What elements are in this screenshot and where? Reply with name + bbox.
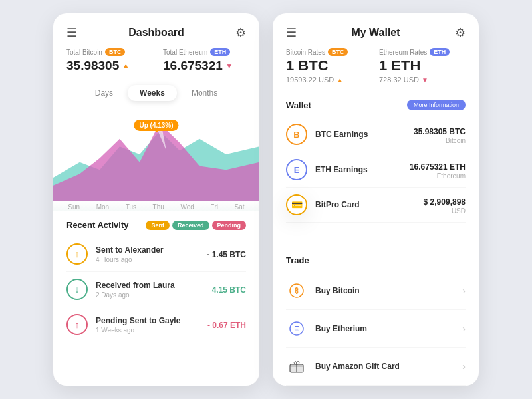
wallet-item-btc: B BTC Earnings 35.98305 BTC Bitcoin — [286, 117, 466, 152]
activity-info-3: Pending Sent to Gayle 1 Weeks ago — [96, 316, 200, 334]
btc-wallet-label: BTC Earnings — [315, 130, 406, 139]
activity-time-3: 1 Weeks ago — [96, 327, 200, 334]
trade-item-eth[interactable]: Ξ Buy Etherium › — [286, 310, 466, 348]
activity-item-2: ↓ Received from Laura 2 Days ago 4.15 BT… — [66, 272, 246, 307]
left-title: Dashboard — [128, 27, 184, 39]
btc-rate-arrow: ▲ — [336, 76, 343, 84]
eth-badge: ETH — [210, 48, 230, 56]
eth-rate-value: 1 ETH — [379, 57, 466, 74]
wallet-title: Wallet — [286, 100, 311, 110]
filter-sent[interactable]: Sent — [146, 221, 170, 230]
btc-rate-usd: 19593.22 USD ▲ — [286, 76, 372, 84]
chart-area: Up (4.13%) — [53, 108, 259, 201]
buy-ethereum-label: Buy Etherium — [315, 324, 454, 333]
chart-tooltip: Up (4.13%) — [134, 120, 178, 131]
more-info-button[interactable]: More Information — [407, 100, 466, 110]
btc-rate: Bitcoin Rates BTC 1 BTC 19593.22 USD ▲ — [286, 48, 372, 84]
eth-rate-badge: ETH — [430, 48, 450, 56]
card-w-value: $ 2,909,898 — [424, 198, 466, 207]
wallet-header: Wallet More Information — [286, 100, 466, 110]
activity-amount-2: 4.15 BTC — [212, 283, 246, 295]
btc-stat: Total Bitcoin BTC 35.98305 ▲ — [66, 48, 150, 73]
buy-ethereum-icon: Ξ — [286, 318, 307, 339]
eth-arrow-icon: ▼ — [225, 61, 233, 70]
chart-days: Sun Mon Tus Thu Wed Fri Sat — [53, 201, 259, 211]
activity-section: Recent Activity Sent Received Pending ↑ … — [53, 211, 259, 386]
rates-row: Bitcoin Rates BTC 1 BTC 19593.22 USD ▲ E… — [273, 48, 479, 93]
amount-2: 4.15 BTC — [212, 285, 246, 295]
btc-wallet-amount: 35.98305 BTC Bitcoin — [414, 125, 466, 144]
sent-icon: ↑ — [66, 243, 88, 265]
card-w-unit: USD — [424, 207, 466, 215]
buy-bitcoin-icon: ₿ — [286, 280, 307, 301]
btc-label: Total Bitcoin BTC — [66, 48, 150, 56]
eth-w-value: 16.675321 ETH — [410, 162, 466, 172]
menu-icon[interactable]: ☰ — [66, 25, 77, 40]
btc-w-unit: Bitcoin — [414, 137, 466, 144]
eth-wallet-icon: E — [286, 159, 307, 180]
activity-item-1: ↑ Sent to Alexander 4 Hours ago - 1.45 B… — [66, 237, 246, 272]
trade-header: Trade — [286, 255, 466, 265]
right-menu-icon[interactable]: ☰ — [286, 25, 297, 40]
activity-info-2: Received from Laura 2 Days ago — [96, 281, 204, 299]
btc-rate-value: 1 BTC — [286, 57, 372, 74]
btc-arrow-icon: ▲ — [122, 61, 130, 70]
right-settings-icon[interactable]: ⚙ — [455, 25, 466, 40]
left-header: ☰ Dashboard ⚙ — [53, 13, 259, 48]
activity-filters: Sent Received Pending — [146, 221, 246, 230]
pending-icon: ↑ — [66, 314, 88, 335]
activity-amount-1: - 1.45 BTC — [207, 248, 246, 260]
trade-title: Trade — [286, 255, 309, 265]
amount-1: - 1.45 BTC — [207, 250, 246, 259]
activity-header: Recent Activity Sent Received Pending — [66, 220, 246, 230]
card-wallet-icon: 💳 — [286, 194, 307, 215]
svg-text:₿: ₿ — [295, 287, 299, 295]
wallet-section: Wallet More Information B BTC Earnings 3… — [273, 93, 479, 249]
eth-wallet-amount: 16.675321 ETH Ethereum — [410, 160, 466, 180]
activity-name-1: Sent to Alexander — [96, 245, 199, 255]
chevron-right-icon-2: › — [462, 323, 466, 334]
svg-text:Ξ: Ξ — [294, 325, 299, 332]
eth-rate-arrow: ▼ — [422, 76, 428, 84]
trade-item-btc[interactable]: ₿ Buy Bitcoin › — [286, 272, 466, 310]
trade-item-gift[interactable]: Buy Amazon Gift Card › — [286, 348, 466, 386]
activity-time-1: 4 Hours ago — [96, 256, 199, 263]
eth-value: 16.675321 ▼ — [163, 59, 246, 73]
activity-info-1: Sent to Alexander 4 Hours ago — [96, 245, 199, 263]
time-tabs: Days Weeks Months — [53, 81, 259, 108]
activity-name-3: Pending Sent to Gayle — [96, 316, 200, 325]
filter-received[interactable]: Received — [172, 221, 209, 230]
card-wallet-label: BitPro Card — [315, 200, 416, 209]
activity-name-2: Received from Laura — [96, 281, 204, 290]
btc-value: 35.98305 ▲ — [66, 59, 150, 73]
eth-w-unit: Ethereum — [410, 172, 466, 180]
left-panel: ☰ Dashboard ⚙ Total Bitcoin BTC 35.98305… — [53, 13, 259, 386]
settings-icon[interactable]: ⚙ — [235, 25, 246, 40]
buy-bitcoin-label: Buy Bitcoin — [315, 286, 454, 295]
btc-wallet-icon: B — [286, 124, 307, 145]
btc-rate-label: Bitcoin Rates BTC — [286, 48, 372, 56]
eth-wallet-label: ETH Earnings — [315, 165, 402, 174]
chevron-right-icon-3: › — [462, 361, 466, 372]
filter-pending[interactable]: Pending — [212, 221, 247, 230]
activity-time-2: 2 Days ago — [96, 291, 204, 299]
wallet-item-eth: E ETH Earnings 16.675321 ETH Ethereum — [286, 152, 466, 188]
eth-rate-label: Ethereum Rates ETH — [379, 48, 466, 56]
activity-amount-3: - 0.67 ETH — [207, 319, 246, 331]
right-header: ☰ My Wallet ⚙ — [273, 13, 479, 48]
btc-rate-badge: BTC — [328, 48, 348, 56]
card-wallet-amount: $ 2,909,898 USD — [424, 196, 466, 215]
eth-rate: Ethereum Rates ETH 1 ETH 728.32 USD ▼ — [379, 48, 466, 84]
buy-gift-label: Buy Amazon Gift Card — [315, 362, 454, 371]
trade-section: Trade ₿ Buy Bitcoin › Ξ Buy Etherium › — [273, 249, 479, 386]
buy-gift-icon — [286, 356, 307, 377]
tab-months[interactable]: Months — [180, 85, 229, 101]
tab-weeks[interactable]: Weeks — [128, 85, 177, 101]
eth-stat: Total Ethereum ETH 16.675321 ▼ — [163, 48, 246, 73]
amount-3: - 0.67 ETH — [207, 321, 246, 330]
right-panel: ☰ My Wallet ⚙ Bitcoin Rates BTC 1 BTC 19… — [273, 13, 479, 386]
received-icon: ↓ — [66, 279, 88, 300]
chevron-right-icon-1: › — [462, 285, 466, 296]
activity-item-3: ↑ Pending Sent to Gayle 1 Weeks ago - 0.… — [66, 307, 246, 342]
tab-days[interactable]: Days — [83, 85, 125, 101]
